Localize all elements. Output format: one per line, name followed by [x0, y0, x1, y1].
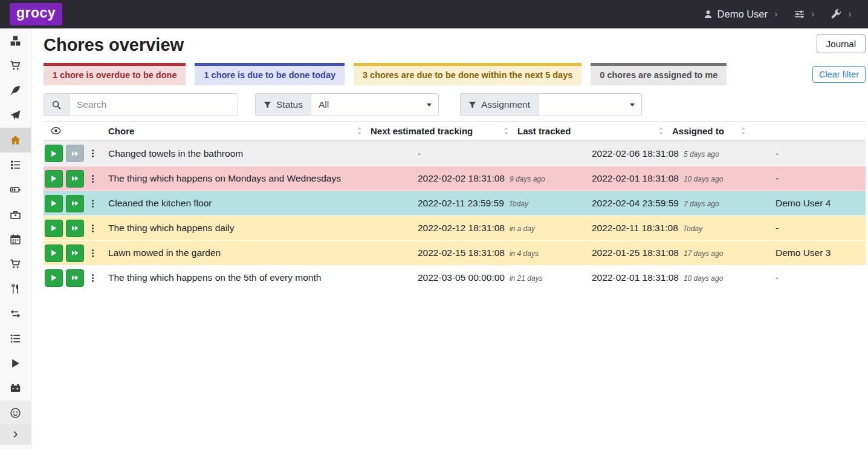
user-menu[interactable]: Demo User: [704, 8, 779, 20]
next-tracking-cell: 2022-02-02 18:31:089 days ago: [413, 173, 587, 184]
status-filter-label: Status: [276, 99, 303, 110]
sidebar-expand-toggle[interactable]: [0, 424, 31, 445]
filter-icon: [264, 101, 271, 109]
table-row: The thing which happens on the 5th of ev…: [44, 265, 866, 290]
sidebar-item-feather[interactable]: [0, 78, 31, 103]
sidebar-item-cart[interactable]: [0, 53, 31, 78]
track-chore-button[interactable]: [45, 170, 63, 188]
fast-forward-icon: [71, 274, 79, 281]
column-header-chore[interactable]: Chore: [103, 126, 366, 136]
track-chore-button[interactable]: [45, 269, 63, 287]
fast-forward-icon: [71, 224, 79, 232]
next-tracking-time: 2022-02-02 18:31:08: [418, 173, 505, 183]
next-tracking-time: 2022-02-11 23:59:59: [418, 198, 504, 208]
calendar-icon: [10, 234, 21, 244]
journal-button[interactable]: Journal: [817, 34, 866, 53]
column-header-next-estimated-tracking[interactable]: Next estimated tracking: [366, 126, 513, 136]
row-menu-button[interactable]: [87, 195, 98, 212]
column-header-last-tracked[interactable]: Last tracked: [513, 126, 667, 136]
column-label: Last tracked: [517, 126, 571, 136]
banner-due-today[interactable]: 1 chore is due to be done today: [195, 63, 345, 85]
sidebar-item-battery[interactable]: [0, 177, 31, 202]
column-header-assigned-to[interactable]: Assigned to: [667, 126, 750, 136]
play-icon: [10, 358, 21, 369]
column-label: Chore: [108, 126, 134, 136]
sidebar-item-smiley[interactable]: [0, 401, 31, 425]
sidebar-item-home[interactable]: [0, 128, 31, 152]
banner-assigned-me[interactable]: 0 chores are assigned to me: [591, 63, 727, 85]
filters-row: Status All Assignment: [44, 93, 866, 116]
chore-name: The thing which happens daily: [103, 223, 413, 234]
search-input[interactable]: [69, 93, 238, 116]
admin-menu[interactable]: [831, 9, 852, 19]
row-menu-button[interactable]: [87, 269, 98, 287]
exchange-icon: [10, 309, 21, 319]
skip-chore-button[interactable]: [66, 269, 84, 287]
last-tracked-time: 2022-02-04 23:59:59: [592, 198, 679, 208]
sidebar-item-paper-plane[interactable]: [0, 103, 31, 128]
row-menu-button[interactable]: [87, 145, 98, 162]
track-chore-button[interactable]: [45, 145, 63, 162]
skip-chore-button[interactable]: [66, 195, 84, 212]
manage-data-menu[interactable]: [794, 9, 815, 19]
navbar-menus: Demo User: [704, 8, 852, 20]
skip-chore-button[interactable]: [66, 145, 84, 162]
sidebar-item-utensils[interactable]: [0, 277, 31, 301]
row-menu-button[interactable]: [87, 220, 98, 237]
row-menu-button[interactable]: [87, 244, 98, 262]
assignment-select[interactable]: [538, 93, 642, 116]
sidebar-item-exchange[interactable]: [0, 301, 31, 326]
next-tracking-relative: in a day: [510, 224, 535, 233]
ellipsis-v-icon: [88, 274, 97, 283]
sidebar-item-play[interactable]: [0, 351, 31, 376]
banner-overdue[interactable]: 1 chore is overdue to be done: [44, 63, 186, 85]
play-icon: [50, 150, 57, 157]
car-battery-icon: [10, 383, 21, 393]
clear-filter-button[interactable]: Clear filter: [812, 66, 866, 83]
next-tracking-time: 2022-03-05 00:00:00: [418, 272, 505, 283]
app-logo[interactable]: grocy: [10, 3, 62, 25]
sidebar-item-boxes[interactable]: [0, 28, 31, 53]
filter-icon: [468, 101, 476, 109]
track-chore-button[interactable]: [45, 195, 63, 212]
skip-chore-button[interactable]: [66, 244, 84, 262]
sidebar-item-cart[interactable]: [0, 252, 31, 277]
sidebar-item-tasks[interactable]: [0, 152, 31, 177]
play-icon: [50, 200, 57, 207]
chore-name: The thing which happens on Mondays and W…: [103, 173, 413, 184]
chevron-right-icon: [847, 11, 852, 18]
row-menu-button[interactable]: [87, 170, 98, 188]
skip-chore-button[interactable]: [66, 220, 84, 237]
user-icon: [704, 10, 713, 19]
next-tracking-time: 2022-02-15 18:31:08: [418, 247, 505, 258]
banner-due-soon[interactable]: 3 chores are due to be done within the n…: [354, 63, 581, 85]
user-menu-label: Demo User: [717, 8, 768, 20]
next-tracking-cell: 2022-03-05 00:00:00in 21 days: [413, 272, 587, 283]
sidebar-item-toolbox[interactable]: [0, 202, 31, 227]
caret-down-icon: [427, 103, 432, 107]
last-tracked-cell: 2022-02-04 23:59:597 days ago: [587, 198, 771, 209]
chore-name: Cleaned the kitchen floor: [103, 198, 413, 209]
status-select[interactable]: All: [311, 93, 439, 116]
row-actions: [44, 170, 103, 188]
column-visibility-toggle[interactable]: [44, 126, 103, 135]
page-header: Chores overview Journal: [44, 34, 866, 56]
sidebar-item-calendar[interactable]: [0, 227, 31, 252]
play-icon: [50, 249, 57, 257]
table-row: The thing which happens daily 2022-02-12…: [44, 215, 866, 240]
last-tracked-time: 2022-02-01 18:31:08: [592, 173, 679, 183]
next-tracking-cell: 2022-02-15 18:31:08in 4 days: [413, 247, 587, 258]
column-label: Next estimated tracking: [371, 126, 473, 136]
play-icon: [50, 274, 57, 281]
skip-chore-button[interactable]: [66, 170, 84, 188]
cart-icon: [10, 61, 21, 71]
ellipsis-v-icon: [88, 199, 97, 208]
track-chore-button[interactable]: [45, 244, 63, 262]
sidebar-item-list[interactable]: [0, 326, 31, 351]
sort-icon: [740, 127, 746, 135]
track-chore-button[interactable]: [45, 220, 63, 237]
sidebar-item-car-battery[interactable]: [0, 376, 31, 401]
search-addon: [44, 93, 69, 116]
next-tracking-cell: -: [413, 148, 587, 159]
chores-table: Chore Next estimated tracking Last track…: [44, 121, 866, 290]
